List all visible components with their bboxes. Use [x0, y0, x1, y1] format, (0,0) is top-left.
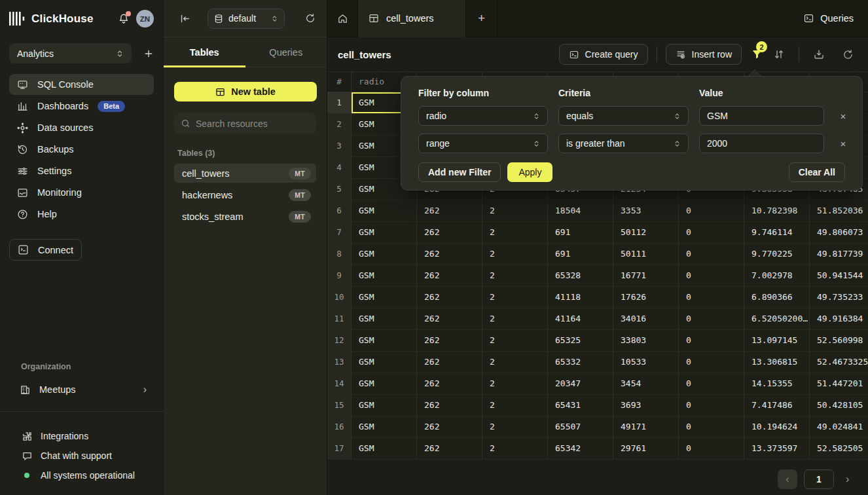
row-number[interactable]: 5 — [327, 179, 352, 200]
table-cell[interactable]: 0 — [679, 352, 744, 373]
table-cell[interactable]: 2 — [482, 373, 548, 395]
row-number[interactable]: 15 — [327, 395, 352, 416]
table-cell-radio[interactable]: GSM — [352, 265, 417, 287]
table-cell[interactable]: 262 — [417, 200, 482, 222]
search-input[interactable] — [196, 119, 314, 129]
table-cell[interactable]: 2 — [482, 395, 548, 416]
table-cell[interactable]: 0 — [679, 373, 744, 395]
table-cell[interactable]: 9.746114 — [744, 222, 810, 244]
collapse-panel-icon[interactable] — [179, 13, 190, 24]
tab-cell-towers[interactable]: cell_towers — [358, 0, 466, 37]
table-cell[interactable]: 2 — [482, 330, 548, 352]
insert-row-button[interactable]: Insert row — [666, 44, 742, 65]
filter-value-input[interactable] — [707, 138, 816, 149]
table-cell[interactable]: 50.428105 — [810, 395, 868, 416]
table-cell[interactable]: 51.852036 — [810, 200, 868, 222]
table-cell[interactable]: 33803 — [613, 330, 679, 352]
sidebar-item-data-sources[interactable]: Data sources — [9, 117, 154, 138]
refresh-tables-icon[interactable] — [305, 13, 316, 24]
table-cell[interactable]: 262 — [417, 287, 482, 308]
row-number[interactable]: 13 — [327, 352, 352, 373]
sort-button[interactable] — [768, 44, 790, 65]
table-cell[interactable]: 0 — [679, 438, 744, 460]
filter-criteria-select[interactable]: equals — [558, 106, 689, 126]
table-cell[interactable]: 65342 — [548, 438, 613, 460]
tab-tables[interactable]: Tables — [164, 37, 245, 67]
table-cell[interactable]: 13.373597 — [744, 438, 810, 460]
table-cell[interactable]: 0 — [679, 222, 744, 244]
table-cell[interactable]: 52.582505 — [810, 438, 868, 460]
add-service-button[interactable] — [143, 48, 154, 59]
table-cell-radio[interactable]: GSM — [352, 438, 417, 460]
filter-criteria-select[interactable]: is greater than — [558, 134, 689, 153]
remove-filter-button[interactable]: × — [835, 111, 852, 122]
table-cell[interactable]: 691 — [548, 222, 613, 244]
remove-filter-button[interactable]: × — [835, 138, 852, 149]
notifications-bell-icon[interactable] — [118, 13, 130, 25]
table-cell[interactable]: 262 — [417, 373, 482, 395]
table-cell[interactable]: 2 — [482, 222, 548, 244]
table-cell[interactable]: 41164 — [548, 308, 613, 330]
table-cell-radio[interactable]: GSM — [352, 308, 417, 330]
row-number[interactable]: 7 — [327, 222, 352, 244]
sidebar-item-integrations[interactable]: Integrations — [9, 427, 154, 445]
table-cell[interactable]: 262 — [417, 222, 482, 244]
database-select[interactable]: default — [208, 9, 285, 29]
home-tab[interactable] — [327, 0, 358, 37]
brand[interactable]: ClickHouse — [9, 12, 94, 26]
row-number[interactable]: 11 — [327, 308, 352, 330]
table-list-item-stocks-stream[interactable]: stocks_stream MT — [174, 207, 316, 226]
row-number[interactable]: 14 — [327, 373, 352, 395]
table-cell[interactable]: 0 — [679, 244, 744, 265]
table-cell[interactable]: 2 — [482, 287, 548, 308]
avatar[interactable]: ZN — [136, 10, 154, 28]
table-list-item-hackernews[interactable]: hackernews MT — [174, 185, 316, 204]
table-cell[interactable]: 49171 — [613, 416, 679, 438]
new-tab-button[interactable]: + — [466, 0, 497, 37]
table-cell[interactable]: 262 — [417, 308, 482, 330]
table-cell[interactable]: 2 — [482, 438, 548, 460]
table-cell[interactable]: 65507 — [548, 416, 613, 438]
table-cell[interactable]: 691 — [548, 244, 613, 265]
table-cell[interactable]: 3454 — [613, 373, 679, 395]
search-resources[interactable] — [174, 113, 316, 134]
table-cell[interactable]: 10.782398 — [744, 200, 810, 222]
table-cell[interactable]: 7.417486 — [744, 395, 810, 416]
table-cell[interactable]: 65431 — [548, 395, 613, 416]
apply-button[interactable]: Apply — [507, 162, 552, 182]
download-button[interactable] — [808, 44, 830, 65]
table-cell[interactable]: 14.15355 — [744, 373, 810, 395]
table-cell[interactable]: 0 — [679, 265, 744, 287]
table-cell[interactable]: 3693 — [613, 395, 679, 416]
table-cell[interactable]: 7.002978 — [744, 265, 810, 287]
row-number[interactable]: 2 — [327, 114, 352, 136]
table-cell[interactable]: 52.560998 — [810, 330, 868, 352]
table-cell[interactable]: 49.024841 — [810, 416, 868, 438]
row-number[interactable]: 12 — [327, 330, 352, 352]
workspace-select[interactable]: Analytics — [9, 43, 132, 64]
row-number[interactable]: 6 — [327, 200, 352, 222]
table-cell[interactable]: 49.735233 — [810, 287, 868, 308]
table-cell[interactable]: 10.194624 — [744, 416, 810, 438]
connect-button[interactable]: Connect — [9, 239, 82, 261]
table-cell[interactable]: 262 — [417, 416, 482, 438]
column-header-index[interactable]: # — [327, 72, 352, 92]
sidebar-item-dashboards[interactable]: Dashboards Beta — [9, 96, 154, 117]
filter-value-input[interactable] — [707, 111, 816, 121]
table-cell[interactable]: 13.097145 — [744, 330, 810, 352]
row-number[interactable]: 3 — [327, 136, 352, 157]
table-cell[interactable]: 2 — [482, 244, 548, 265]
table-cell[interactable]: 50111 — [613, 244, 679, 265]
sidebar-item-backups[interactable]: Backups — [9, 139, 154, 160]
table-cell[interactable]: 65328 — [548, 265, 613, 287]
new-table-button[interactable]: New table — [174, 82, 317, 101]
table-cell[interactable]: 262 — [417, 244, 482, 265]
table-cell-radio[interactable]: GSM — [352, 287, 417, 308]
table-cell[interactable]: 2 — [482, 352, 548, 373]
row-number[interactable]: 17 — [327, 438, 352, 460]
table-cell[interactable]: 6.52050200… — [744, 308, 810, 330]
table-cell[interactable]: 262 — [417, 265, 482, 287]
tab-queries[interactable]: Queries — [245, 37, 327, 67]
table-cell[interactable]: 0 — [679, 416, 744, 438]
table-cell-radio[interactable]: GSM — [352, 200, 417, 222]
